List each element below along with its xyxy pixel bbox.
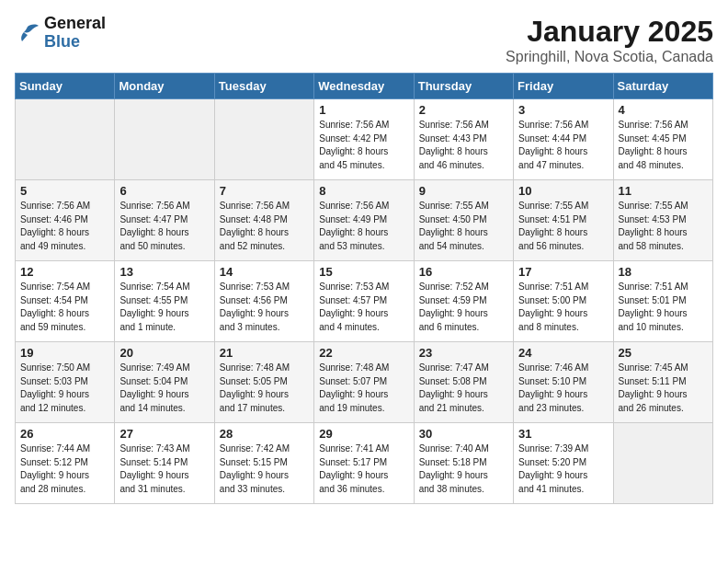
day-number: 18 [619, 265, 708, 279]
day-number: 22 [319, 346, 408, 360]
calendar-week-row: 19Sunrise: 7:50 AM Sunset: 5:03 PM Dayli… [16, 342, 713, 423]
day-info: Sunrise: 7:56 AM Sunset: 4:49 PM Dayligh… [319, 200, 408, 253]
calendar-cell: 26Sunrise: 7:44 AM Sunset: 5:12 PM Dayli… [16, 423, 115, 504]
calendar-cell: 9Sunrise: 7:55 AM Sunset: 4:50 PM Daylig… [414, 180, 513, 261]
day-info: Sunrise: 7:48 AM Sunset: 5:07 PM Dayligh… [319, 362, 408, 415]
day-info: Sunrise: 7:49 AM Sunset: 5:04 PM Dayligh… [119, 362, 209, 415]
day-info: Sunrise: 7:56 AM Sunset: 4:45 PM Dayligh… [619, 119, 708, 172]
calendar-cell [214, 99, 313, 180]
calendar-cell: 7Sunrise: 7:56 AM Sunset: 4:48 PM Daylig… [214, 180, 313, 261]
header-day-monday: Monday [115, 74, 214, 99]
calendar-cell: 20Sunrise: 7:49 AM Sunset: 5:04 PM Dayli… [115, 342, 214, 423]
calendar-title: January 2025 [506, 15, 713, 49]
day-number: 3 [518, 103, 608, 117]
calendar-cell: 14Sunrise: 7:53 AM Sunset: 4:56 PM Dayli… [214, 261, 313, 342]
calendar-cell: 13Sunrise: 7:54 AM Sunset: 4:55 PM Dayli… [115, 261, 214, 342]
day-number: 6 [119, 184, 209, 198]
calendar-cell: 2Sunrise: 7:56 AM Sunset: 4:43 PM Daylig… [414, 99, 513, 180]
header-day-wednesday: Wednesday [314, 74, 414, 99]
calendar-cell: 3Sunrise: 7:56 AM Sunset: 4:44 PM Daylig… [514, 99, 613, 180]
day-info: Sunrise: 7:46 AM Sunset: 5:10 PM Dayligh… [518, 362, 608, 415]
header-day-sunday: Sunday [16, 74, 115, 99]
header-day-tuesday: Tuesday [214, 74, 313, 99]
calendar-cell: 28Sunrise: 7:42 AM Sunset: 5:15 PM Dayli… [214, 423, 313, 504]
day-number: 13 [119, 265, 209, 279]
calendar-cell: 11Sunrise: 7:55 AM Sunset: 4:53 PM Dayli… [613, 180, 712, 261]
day-number: 7 [220, 184, 309, 198]
day-info: Sunrise: 7:56 AM Sunset: 4:44 PM Dayligh… [518, 119, 608, 172]
day-number: 16 [419, 265, 508, 279]
calendar-cell: 23Sunrise: 7:47 AM Sunset: 5:08 PM Dayli… [414, 342, 513, 423]
day-info: Sunrise: 7:43 AM Sunset: 5:14 PM Dayligh… [119, 442, 209, 496]
day-info: Sunrise: 7:39 AM Sunset: 5:20 PM Dayligh… [518, 442, 608, 496]
day-info: Sunrise: 7:56 AM Sunset: 4:42 PM Dayligh… [319, 119, 408, 172]
calendar-cell: 6Sunrise: 7:56 AM Sunset: 4:47 PM Daylig… [115, 180, 214, 261]
calendar-cell: 16Sunrise: 7:52 AM Sunset: 4:59 PM Dayli… [414, 261, 513, 342]
day-number: 9 [419, 184, 508, 198]
day-info: Sunrise: 7:47 AM Sunset: 5:08 PM Dayligh… [419, 362, 508, 415]
day-number: 4 [619, 103, 708, 117]
calendar-cell [115, 99, 214, 180]
day-info: Sunrise: 7:55 AM Sunset: 4:50 PM Dayligh… [419, 200, 508, 253]
calendar-cell: 10Sunrise: 7:55 AM Sunset: 4:51 PM Dayli… [514, 180, 613, 261]
day-info: Sunrise: 7:55 AM Sunset: 4:53 PM Dayligh… [619, 200, 708, 253]
day-number: 8 [319, 184, 408, 198]
calendar-cell: 24Sunrise: 7:46 AM Sunset: 5:10 PM Dayli… [514, 342, 613, 423]
day-info: Sunrise: 7:56 AM Sunset: 4:48 PM Dayligh… [220, 200, 309, 253]
day-number: 31 [518, 427, 608, 441]
calendar-table: SundayMondayTuesdayWednesdayThursdayFrid… [15, 73, 713, 504]
calendar-header-row: SundayMondayTuesdayWednesdayThursdayFrid… [16, 74, 713, 99]
day-info: Sunrise: 7:50 AM Sunset: 5:03 PM Dayligh… [20, 362, 109, 415]
day-info: Sunrise: 7:54 AM Sunset: 4:54 PM Dayligh… [20, 281, 109, 334]
day-info: Sunrise: 7:56 AM Sunset: 4:46 PM Dayligh… [20, 200, 109, 253]
calendar-cell [613, 423, 712, 504]
calendar-cell: 4Sunrise: 7:56 AM Sunset: 4:45 PM Daylig… [613, 99, 712, 180]
calendar-cell: 12Sunrise: 7:54 AM Sunset: 4:54 PM Dayli… [16, 261, 115, 342]
calendar-cell: 1Sunrise: 7:56 AM Sunset: 4:42 PM Daylig… [314, 99, 414, 180]
calendar-cell: 15Sunrise: 7:53 AM Sunset: 4:57 PM Dayli… [314, 261, 414, 342]
logo-icon [15, 23, 40, 43]
day-number: 25 [619, 346, 708, 360]
calendar-cell [16, 99, 115, 180]
day-info: Sunrise: 7:40 AM Sunset: 5:18 PM Dayligh… [419, 442, 508, 496]
day-number: 2 [419, 103, 508, 117]
header-day-saturday: Saturday [613, 74, 712, 99]
day-number: 15 [319, 265, 408, 279]
day-number: 14 [220, 265, 309, 279]
day-info: Sunrise: 7:52 AM Sunset: 4:59 PM Dayligh… [419, 281, 508, 334]
calendar-week-row: 1Sunrise: 7:56 AM Sunset: 4:42 PM Daylig… [16, 99, 713, 180]
calendar-cell: 25Sunrise: 7:45 AM Sunset: 5:11 PM Dayli… [613, 342, 712, 423]
day-number: 17 [518, 265, 608, 279]
calendar-cell: 31Sunrise: 7:39 AM Sunset: 5:20 PM Dayli… [514, 423, 613, 504]
day-info: Sunrise: 7:45 AM Sunset: 5:11 PM Dayligh… [619, 362, 708, 415]
day-number: 28 [220, 427, 309, 441]
calendar-subtitle: Springhill, Nova Scotia, Canada [506, 49, 713, 65]
calendar-cell: 29Sunrise: 7:41 AM Sunset: 5:17 PM Dayli… [314, 423, 414, 504]
day-number: 20 [119, 346, 209, 360]
page-header: General Blue January 2025 Springhill, No… [15, 15, 713, 65]
day-info: Sunrise: 7:42 AM Sunset: 5:15 PM Dayligh… [220, 442, 309, 496]
calendar-cell: 18Sunrise: 7:51 AM Sunset: 5:01 PM Dayli… [613, 261, 712, 342]
calendar-cell: 27Sunrise: 7:43 AM Sunset: 5:14 PM Dayli… [115, 423, 214, 504]
day-number: 27 [119, 427, 209, 441]
logo: General Blue [15, 15, 106, 52]
calendar-cell: 22Sunrise: 7:48 AM Sunset: 5:07 PM Dayli… [314, 342, 414, 423]
day-info: Sunrise: 7:41 AM Sunset: 5:17 PM Dayligh… [319, 442, 408, 496]
day-number: 29 [319, 427, 408, 441]
day-number: 10 [518, 184, 608, 198]
logo-text: General Blue [44, 15, 106, 52]
day-number: 23 [419, 346, 508, 360]
day-number: 5 [20, 184, 109, 198]
day-info: Sunrise: 7:51 AM Sunset: 5:00 PM Dayligh… [518, 281, 608, 334]
calendar-week-row: 26Sunrise: 7:44 AM Sunset: 5:12 PM Dayli… [16, 423, 713, 504]
day-info: Sunrise: 7:55 AM Sunset: 4:51 PM Dayligh… [518, 200, 608, 253]
header-day-thursday: Thursday [414, 74, 513, 99]
day-number: 12 [20, 265, 109, 279]
day-info: Sunrise: 7:44 AM Sunset: 5:12 PM Dayligh… [20, 442, 109, 496]
day-number: 11 [619, 184, 708, 198]
day-number: 1 [319, 103, 408, 117]
day-info: Sunrise: 7:56 AM Sunset: 4:47 PM Dayligh… [119, 200, 209, 253]
calendar-week-row: 5Sunrise: 7:56 AM Sunset: 4:46 PM Daylig… [16, 180, 713, 261]
header-day-friday: Friday [514, 74, 613, 99]
calendar-cell: 19Sunrise: 7:50 AM Sunset: 5:03 PM Dayli… [16, 342, 115, 423]
